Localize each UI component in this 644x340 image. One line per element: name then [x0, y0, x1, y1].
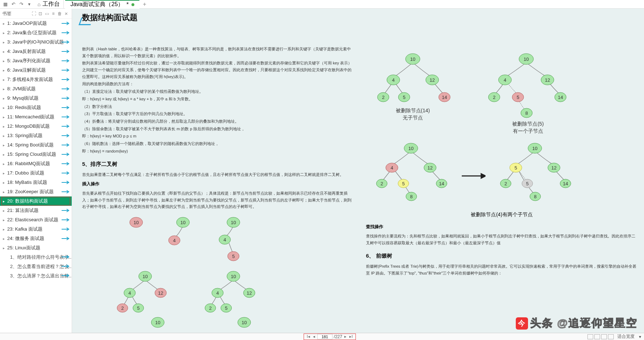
hint-arrow-icon	[61, 218, 70, 222]
page-navigator: I◂ ◂ /227 ▸ ▸I	[304, 334, 356, 340]
sidebar-item-25[interactable]: ▸25: Linux面试题	[0, 243, 72, 253]
sidebar-item-label: 7: 多线程&并发面试题	[7, 76, 53, 83]
svg-text:4: 4	[223, 237, 226, 242]
sidebar-item-1[interactable]: ▸1: JavaOOP面试题	[0, 19, 72, 28]
chevron-right-icon: ▸	[3, 190, 7, 194]
section-trie: 6、 前缀树	[366, 253, 638, 259]
svg-text:4: 4	[173, 238, 175, 243]
sidebar-item-13[interactable]: ▸13: Spring面试题	[0, 131, 72, 140]
tab-home[interactable]: ⌂ 工作台	[34, 0, 64, 9]
hint-arrow-icon	[61, 96, 70, 100]
svg-text:4: 4	[390, 165, 393, 171]
home-label: 工作台	[43, 0, 60, 8]
sidebar-item-21[interactable]: ▸21: 算法面试题	[0, 206, 72, 215]
hint-arrow-icon	[61, 255, 70, 260]
first-page-icon[interactable]: I◂	[306, 334, 311, 339]
sidebar-item-15[interactable]: ▸15: Spring Cloud面试题	[0, 150, 72, 159]
svg-text:12: 12	[428, 165, 433, 171]
hint-arrow-icon	[61, 133, 70, 138]
sidebar-item-14[interactable]: ▸14: Spring Boot面试题	[0, 140, 72, 150]
sidebar-item-2[interactable]: ▸2: Java集合/泛型面试题	[0, 28, 72, 37]
prev-page-icon[interactable]: ◂	[312, 334, 316, 339]
sidebar-subitem-2[interactable]: 2、怎么查看当前进程？怎么...	[0, 262, 72, 271]
redo-icon[interactable]: ↷	[18, 1, 24, 8]
sidebar-item-10[interactable]: ▸10: Redis面试题	[0, 103, 72, 112]
fit-width-label[interactable]: 适合宽度	[617, 334, 635, 340]
svg-text:5: 5	[403, 95, 405, 100]
sidebar: 书签 ⛶ ⊡ ▭ ≡ 🗑 × ▸1: JavaOOP面试题▸2: Java集合/…	[0, 9, 72, 333]
last-page-icon[interactable]: ▸I	[349, 334, 353, 339]
tab-dirty: *	[126, 1, 129, 8]
sidebar-item-label: 14: Spring Boot面试题	[7, 142, 54, 148]
dropdown-icon[interactable]: ▾	[26, 1, 32, 8]
hint-arrow-icon	[61, 105, 70, 110]
hint-arrow-icon	[61, 40, 70, 44]
sidebar-item-8[interactable]: ▸8: JVM面试题	[0, 84, 72, 94]
chapter-list: ▸1: JavaOOP面试题▸2: Java集合/泛型面试题▸3: Java中的…	[0, 19, 72, 333]
options-icon[interactable]: ≡	[50, 11, 57, 16]
sidebar-item-label: 21: 算法面试题	[7, 207, 39, 214]
delete-icon[interactable]: 🗑	[57, 11, 63, 16]
insert-trees-row3: 10 10	[140, 315, 354, 330]
tab-label: Java面试宝典（25）	[70, 1, 124, 8]
svg-marker-81	[481, 174, 486, 178]
hint-arrow-icon	[61, 77, 70, 82]
continuous-icon[interactable]	[601, 334, 607, 339]
tab-document[interactable]: Java面试宝典（25） *	[65, 0, 139, 9]
sidebar-subitem-1[interactable]: 1、绝对路径用什么符号表示...	[0, 253, 72, 262]
new-bookmark-icon[interactable]: ▭	[44, 11, 50, 16]
sidebar-item-12[interactable]: ▸12: MongoDB面试题	[0, 122, 72, 131]
svg-text:2: 2	[209, 305, 211, 311]
svg-text:10: 10	[134, 220, 139, 225]
new-tab-button[interactable]: +	[141, 1, 148, 8]
collapse-all-icon[interactable]: ⊡	[37, 11, 44, 16]
hash-line: 即：h(key) = key MOD p p ≤ m	[82, 133, 354, 140]
sidebar-item-22[interactable]: ▸22: Elasticsearch 面试题	[0, 215, 72, 225]
close-sidebar-icon[interactable]: ×	[63, 10, 70, 17]
svg-text:12: 12	[158, 290, 163, 296]
page-input[interactable]	[317, 334, 332, 339]
sidebar-item-18[interactable]: ▸18: MyBatis 面试题	[0, 178, 72, 187]
sidebar-item-6[interactable]: ▸6: Java注解面试题	[0, 65, 72, 75]
sidebar-item-11[interactable]: ▸11: Memcached面试题	[0, 112, 72, 122]
sidebar-item-24[interactable]: ▸24: 微服务 面试题	[0, 234, 72, 243]
sidebar-item-3[interactable]: ▸3: Java中的IO与NIO面试题	[0, 37, 72, 47]
sidebar-item-7[interactable]: ▸7: 多线程&并发面试题	[0, 75, 72, 84]
svg-text:2: 2	[380, 181, 383, 186]
svg-text:10: 10	[242, 320, 247, 325]
fit-dropdown-icon[interactable]: ▾	[639, 334, 641, 339]
hint-arrow-icon	[61, 152, 70, 157]
save-icon[interactable]: ▦	[2, 1, 9, 8]
hash-line: （2）数字分析法	[82, 103, 354, 110]
undo-icon[interactable]: ↶	[10, 1, 17, 8]
svg-text:5: 5	[402, 181, 404, 186]
sidebar-item-17[interactable]: ▸17: Dubbo 面试题	[0, 168, 72, 178]
thumb-icon[interactable]	[608, 334, 614, 339]
sidebar-item-20[interactable]: ▸20: 数据结构面试题	[0, 196, 72, 206]
sidebar-item-23[interactable]: ▸23: Kafka 面试题	[0, 225, 72, 234]
hash-section: 散列表（Hash table，也叫哈希表）是一种查找算法，与链表、树等算法不同的…	[82, 46, 354, 154]
sidebar-item-9[interactable]: ▸9: Mysql面试题	[0, 94, 72, 103]
sidebar-item-5[interactable]: ▸5: Java序列化面试题	[0, 56, 72, 65]
svg-text:10: 10	[408, 146, 413, 151]
hint-arrow-icon	[61, 162, 70, 166]
expand-all-icon[interactable]: ⛶	[31, 11, 37, 16]
svg-text:10: 10	[524, 56, 529, 62]
chevron-right-icon: ▸	[3, 246, 7, 250]
sidebar-item-16[interactable]: ▸16: RabbitMQ面试题	[0, 159, 72, 168]
svg-text:10: 10	[532, 146, 537, 151]
sidebar-subitem-3[interactable]: 3、怎么清屏？怎么退出当前...	[0, 271, 72, 281]
hint-arrow-icon	[61, 273, 70, 279]
sidebar-item-19[interactable]: ▸19: ZooKeeper 面试题	[0, 187, 72, 196]
next-page-icon[interactable]: ▸	[344, 334, 347, 339]
sidebar-item-label: 24: 微服务 面试题	[7, 235, 44, 242]
sidebar-item-4[interactable]: ▸4: Java反射面试题	[0, 47, 72, 56]
chevron-right-icon: ▸	[3, 209, 7, 213]
hash-line: 即：h(key) = random(key)	[82, 148, 354, 155]
chevron-right-icon: ▸	[3, 96, 7, 100]
hash-line: （3）平方取值法：取关键字平方后的中间几位为散列地址。	[82, 110, 354, 117]
svg-text:5: 5	[232, 254, 234, 259]
two-page-icon[interactable]	[594, 334, 600, 339]
single-page-icon[interactable]	[587, 334, 593, 339]
chevron-right-icon: ▸	[3, 40, 7, 44]
